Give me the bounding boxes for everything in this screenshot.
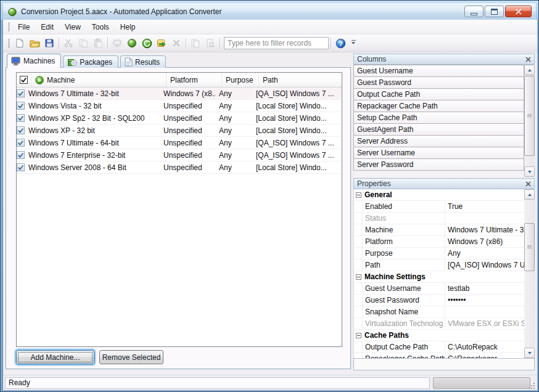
- column-header-machine[interactable]: Machine: [31, 73, 167, 87]
- menu-item-help[interactable]: Help: [115, 22, 141, 33]
- toolbar-separator: [331, 38, 331, 49]
- help-button[interactable]: ?: [333, 36, 348, 50]
- columns-panel-header: Columns: [353, 54, 535, 65]
- menubar-grip[interactable]: [8, 22, 10, 31]
- property-row[interactable]: PlatformWindows 7 (x86): [354, 236, 524, 248]
- filter-input[interactable]: [224, 37, 329, 49]
- window-controls: [464, 6, 532, 17]
- add-machine-button[interactable]: Add Machine...: [16, 350, 94, 364]
- collapse-icon[interactable]: [356, 274, 361, 280]
- columns-list-item[interactable]: Setup Cache Path: [353, 112, 524, 124]
- tab-results[interactable]: Results: [120, 55, 166, 68]
- menu-item-edit[interactable]: Edit: [35, 22, 59, 33]
- table-row[interactable]: Windows Vista - 32 bitUnspecifiedAny[Loc…: [17, 100, 342, 112]
- property-row[interactable]: PurposeAny: [354, 248, 524, 259]
- columns-scrollbar[interactable]: [524, 65, 535, 177]
- document-icon: [125, 57, 133, 67]
- toolbar-overflow-button[interactable]: [349, 36, 358, 50]
- property-gutter: [354, 236, 363, 247]
- columns-list-item[interactable]: Server Address: [353, 135, 524, 147]
- property-row[interactable]: Path[QA_ISO] Windows 7 Ul: [354, 259, 524, 271]
- maximize-button[interactable]: [485, 6, 504, 17]
- columns-list-item[interactable]: Repackager Cache Path: [353, 100, 524, 112]
- row-checkbox[interactable]: [17, 102, 25, 110]
- overflow-icon: [352, 40, 356, 41]
- property-row[interactable]: Repackager Cache PathC:\Repackager: [354, 353, 524, 358]
- remove-selected-button[interactable]: Remove Selected: [99, 350, 163, 364]
- status-bar: Ready: [3, 375, 537, 390]
- table-row[interactable]: Windows Server 2008 - 64 BitUnspecifiedA…: [17, 161, 342, 174]
- import-package-button[interactable]: [154, 36, 169, 50]
- property-row[interactable]: Snapshot Name: [354, 306, 524, 318]
- table-row[interactable]: Windows 7 Ultimate - 32-bitWindows 7 (x8…: [17, 88, 342, 100]
- arrow-up-icon: [528, 67, 532, 71]
- column-header-path[interactable]: Path: [259, 73, 342, 87]
- row-checkbox[interactable]: [17, 89, 25, 97]
- machines-table: MachinePlatformPurposePath Windows 7 Ult…: [16, 72, 342, 347]
- collapse-icon[interactable]: [356, 333, 361, 338]
- table-row[interactable]: Windows XP Sp2 - 32 Bit - SQL200Unspecif…: [17, 112, 342, 125]
- collapse-icon[interactable]: [356, 192, 361, 198]
- platform-cell: Unspecified: [160, 126, 215, 135]
- property-row[interactable]: Guest Usernametestlab: [354, 283, 524, 295]
- scroll-down-button[interactable]: [524, 348, 535, 358]
- property-row[interactable]: Guest Password•••••••: [354, 295, 524, 306]
- table-row[interactable]: Windows 7 Ultimate - 64-bitUnspecifiedAn…: [17, 137, 342, 149]
- table-row[interactable]: Windows 7 Enterprise - 32-bitUnspecified…: [17, 149, 342, 161]
- property-value: [445, 306, 524, 317]
- tab-packages[interactable]: Packages: [63, 55, 118, 68]
- convert-package-button[interactable]: [125, 36, 139, 50]
- scroll-up-button[interactable]: [524, 65, 535, 75]
- run-conversion-button[interactable]: [139, 36, 154, 50]
- property-gutter: [354, 283, 363, 294]
- save-icon: [44, 38, 54, 48]
- properties-scrollbar[interactable]: [524, 189, 535, 358]
- resize-grip[interactable]: [528, 381, 537, 390]
- columns-list-item[interactable]: Server Username: [353, 147, 524, 159]
- column-header-platform[interactable]: Platform: [167, 73, 222, 87]
- columns-panel-close-button[interactable]: [525, 57, 531, 62]
- tab-machines[interactable]: Machines: [7, 54, 61, 68]
- scroll-thumb[interactable]: [524, 76, 535, 156]
- property-name: Enabled: [363, 201, 445, 212]
- open-project-button[interactable]: [27, 36, 42, 50]
- property-gutter: [354, 353, 363, 358]
- properties-panel-close-button[interactable]: [525, 181, 531, 187]
- close-button[interactable]: [505, 6, 532, 17]
- new-project-button[interactable]: [12, 36, 27, 50]
- columns-list-item[interactable]: Output Cache Path: [353, 88, 524, 100]
- table-row[interactable]: Windows XP - 32 bitUnspecifiedAny[Local …: [17, 125, 342, 137]
- column-header-purpose[interactable]: Purpose: [222, 73, 259, 87]
- scroll-thumb[interactable]: [524, 223, 535, 271]
- cut-button: [61, 36, 76, 50]
- toolbar-grip[interactable]: [8, 39, 10, 48]
- select-all-checkbox[interactable]: [17, 73, 31, 87]
- property-name: Guest Password: [363, 295, 445, 306]
- row-checkbox[interactable]: [17, 126, 25, 134]
- property-row[interactable]: Output Cache PathC:\AutoRepack: [354, 341, 524, 353]
- purpose-cell: Any: [215, 102, 252, 110]
- title-bar[interactable]: Conversion Project 5.aacx - Automated Ap…: [3, 3, 536, 20]
- property-row[interactable]: Virtualization TechnologVMware ESX or ES…: [354, 318, 524, 330]
- columns-list-item[interactable]: Guest Username: [353, 65, 524, 77]
- minimize-button[interactable]: [464, 6, 483, 17]
- save-project-button[interactable]: [42, 36, 57, 50]
- row-checkbox[interactable]: [17, 151, 25, 159]
- row-checkbox[interactable]: [17, 163, 25, 171]
- menu-item-file[interactable]: File: [12, 22, 35, 33]
- row-checkbox[interactable]: [17, 139, 25, 147]
- property-row[interactable]: MachineWindows 7 Ultimate - 3: [354, 224, 524, 236]
- property-row[interactable]: Status: [354, 213, 524, 224]
- scroll-up-button[interactable]: [524, 189, 535, 200]
- machine-cell: Windows 7 Enterprise - 32-bit: [25, 151, 160, 160]
- property-row[interactable]: EnabledTrue: [354, 201, 524, 213]
- property-value: Windows 7 Ultimate - 3: [445, 224, 524, 235]
- columns-panel: Columns Guest UsernameGuest PasswordOutp…: [353, 54, 535, 177]
- menu-item-tools[interactable]: Tools: [86, 22, 115, 33]
- columns-list-item[interactable]: GuestAgent Path: [353, 123, 524, 136]
- menu-item-view[interactable]: View: [59, 22, 86, 33]
- columns-list-item[interactable]: Server Password: [353, 158, 524, 171]
- row-checkbox[interactable]: [17, 114, 25, 122]
- columns-list-item[interactable]: Guest Password: [353, 76, 524, 89]
- scroll-down-button[interactable]: [524, 166, 535, 177]
